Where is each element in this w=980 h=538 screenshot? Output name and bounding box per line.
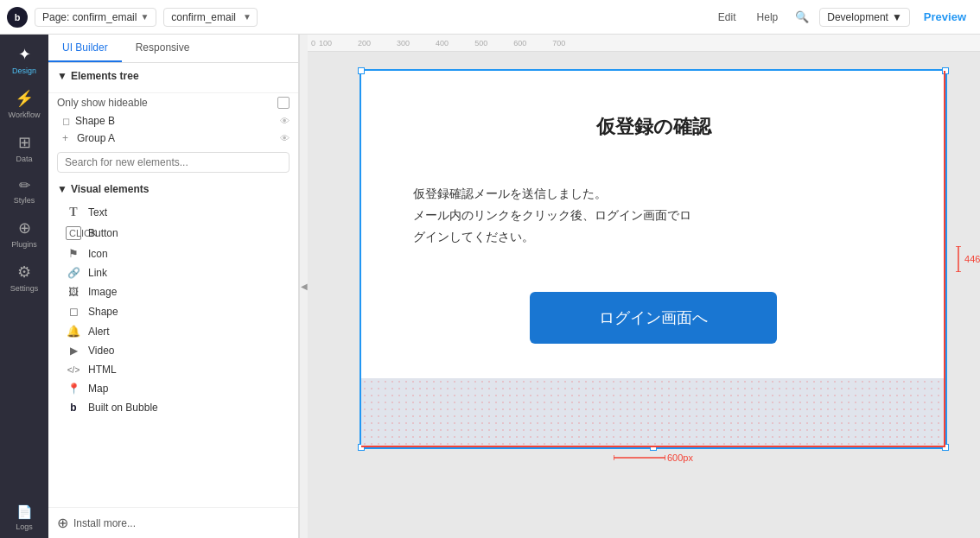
shape-label: Shape [88,306,118,318]
panel-scroll: ▼ Elements tree Only show hideable ◻ Sha… [48,63,298,507]
alert-icon: 🔔 [66,325,81,338]
canvas-area: 0 100 200 300 400 500 600 700 [308,35,980,538]
tree-item-shapeb[interactable]: ◻ Shape B 👁 [48,112,298,130]
handle-topleft[interactable] [358,67,365,74]
only-show-hideable-row: Only show hideable [48,93,298,112]
element-image[interactable]: 🖼 Image [48,282,298,301]
logs-icon: 📄 [16,504,33,520]
login-button[interactable]: ログイン画面へ [530,292,777,344]
sidebar-item-settings[interactable]: ⚙ Settings [0,256,48,300]
collapse-arrow-icon: ◀ [301,282,308,291]
sidebar-item-design[interactable]: ✦ Design [0,38,48,82]
groupa-label: Group A [77,132,115,144]
visual-elements-label: Visual elements [71,183,150,195]
built-on-bubble-label: Built on Bubble [88,402,158,414]
sidebar-item-workflow[interactable]: ⚡ Workflow [0,82,48,126]
element-text[interactable]: T Text [48,202,298,223]
plugins-icon: ⊕ [18,218,31,237]
data-icon: ⊞ [18,133,31,152]
left-panel: UI Builder Responsive ▼ Elements tree On… [48,35,299,538]
visual-elements-section: ▼ Visual elements [48,178,298,202]
logs-label: Logs [16,522,33,531]
page-lower-section [361,378,945,447]
edit-menu[interactable]: Edit [711,8,743,27]
page-selector-label: Page: confirm_email [42,11,137,23]
alert-label: Alert [88,326,110,338]
element-search-input[interactable] [57,152,290,173]
page-name-dropdown[interactable]: confirm_email ▼ [163,8,258,27]
tab-ui-builder[interactable]: UI Builder [48,35,122,62]
element-html[interactable]: </> HTML [48,360,298,379]
page-name-label: confirm_email [171,11,236,23]
groupa-eye: 👁 [280,133,290,143]
page-body: 仮登録確認メールを送信しました。 メール内のリンクをクリック後、ログイン画面でロ… [413,183,894,249]
panel-tabs: UI Builder Responsive [48,35,298,63]
map-icon: 📍 [66,383,81,395]
bubble-icon: b [66,402,81,414]
workflow-label: Workflow [9,111,41,119]
sidebar-item-data[interactable]: ⊞ Data [0,126,48,170]
icon-label: Icon [88,248,108,260]
visual-elements-tri: ▼ [57,183,67,195]
elements-tree-header[interactable]: ▼ Elements tree [57,70,290,82]
panel-collapse-handle[interactable]: ◀ [299,35,308,538]
only-show-checkbox[interactable] [277,97,290,109]
install-more-footer[interactable]: ⊕ Install more... [48,507,298,538]
settings-icon: ⚙ [17,263,31,282]
page-title: 仮登録の確認 [413,114,894,140]
plugins-label: Plugins [11,240,37,249]
dim-bottom-label: 600px [667,453,693,463]
help-menu[interactable]: Help [750,8,786,27]
page-body-line3: グインしてください。 [413,230,534,244]
elements-tree-tri: ▼ [57,70,67,82]
topbar: b Page: confirm_email ▼ confirm_email ▼ … [0,0,980,35]
sidebar-item-plugins[interactable]: ⊕ Plugins [0,212,48,256]
dim-bottom: 600px [360,453,947,463]
page-body-line1: 仮登録確認メールを送信しました。 [413,187,607,200]
sidebar-item-styles[interactable]: ✏ Styles [0,170,48,212]
element-built-on-bubble[interactable]: b Built on Bubble [48,398,298,417]
element-alert[interactable]: 🔔 Alert [48,321,298,341]
install-plus-icon: ⊕ [57,515,68,531]
styles-label: Styles [14,196,35,205]
only-show-label: Only show hideable [57,97,148,109]
button-label: Button [88,227,118,239]
shape-icon: ◻ [66,305,81,318]
canvas-content: 446px 仮登録の確認 仮登録確認メールを送信しました。 メール内のリンクをク… [308,52,980,538]
page-selector[interactable]: Page: confirm_email ▼ [35,8,156,27]
install-more-label: Install more... [73,517,136,529]
text-label: Text [88,206,107,218]
handle-topright[interactable] [942,67,949,74]
page-upper-section: 仮登録の確認 仮登録確認メールを送信しました。 メール内のリンクをクリック後、ロ… [361,71,945,378]
link-label: Link [88,267,107,279]
element-icon[interactable]: ⚑ Icon [48,244,298,263]
dim-right: 446px [954,246,980,272]
shapeb-icon: ◻ [62,116,70,127]
canvas-scroll: 446px 仮登録の確認 仮登録確認メールを送信しました。 メール内のリンクをク… [308,52,980,538]
html-label: HTML [88,364,117,376]
image-label: Image [88,286,117,298]
element-link[interactable]: 🔗 Link [48,263,298,282]
settings-label: Settings [10,284,39,293]
element-map[interactable]: 📍 Map [48,379,298,398]
page-name-chevron: ▼ [243,12,251,22]
development-dropdown[interactable]: Development ▼ [819,8,910,27]
design-label: Design [12,66,36,75]
styles-icon: ✏ [19,177,30,193]
tree-item-groupa[interactable]: + Group A 👁 [48,130,298,147]
element-video[interactable]: ▶ Video [48,341,298,360]
icon-sidebar: ✦ Design ⚡ Workflow ⊞ Data ✏ Styles ⊕ Pl… [0,35,48,538]
ruler-numbers: 0 100 200 300 400 500 600 700 [308,35,980,51]
image-icon: 🖼 [66,286,81,298]
login-button-container: ログイン画面へ [413,292,894,344]
preview-button[interactable]: Preview [917,8,973,26]
button-icon: CLICK [66,226,81,240]
visual-elements-header[interactable]: ▼ Visual elements [57,183,290,195]
icon-icon: ⚑ [66,247,81,260]
search-button[interactable]: 🔍 [792,7,812,28]
dot-pattern-overlay [361,378,945,447]
tab-responsive[interactable]: Responsive [122,35,204,62]
element-shape[interactable]: ◻ Shape [48,301,298,321]
sidebar-item-logs[interactable]: 📄 Logs [0,497,48,538]
element-button[interactable]: CLICK Button [48,223,298,244]
